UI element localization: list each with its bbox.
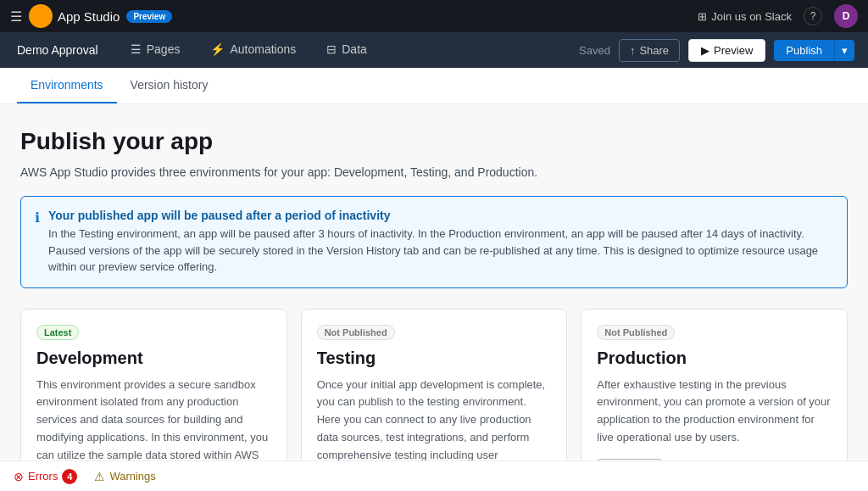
info-alert-title: Your published app will be paused after … bbox=[48, 209, 833, 222]
production-title: Production bbox=[597, 349, 832, 368]
preview-icon: ▶ bbox=[701, 44, 709, 57]
errors-count: 4 bbox=[62, 469, 77, 484]
top-nav-right: ⊞ Join us on Slack ? D bbox=[698, 4, 858, 28]
production-badge: Not Published bbox=[597, 325, 675, 340]
tab-data[interactable]: ⊟ Data bbox=[311, 32, 382, 68]
preview-button[interactable]: ▶ Preview bbox=[688, 39, 765, 62]
tab-pages[interactable]: ☰ Pages bbox=[115, 32, 196, 68]
data-icon: ⊟ bbox=[326, 42, 337, 56]
warnings-indicator[interactable]: ⚠ Warnings bbox=[94, 470, 155, 483]
info-alert-body: In the Testing environment, an app will … bbox=[48, 226, 833, 276]
slack-label: Join us on Slack bbox=[711, 10, 792, 23]
info-alert-content: Your published app will be paused after … bbox=[48, 209, 833, 276]
errors-indicator[interactable]: ⊗ Errors 4 bbox=[14, 469, 77, 484]
saved-indicator: Saved bbox=[579, 44, 610, 57]
slack-icon: ⊞ bbox=[698, 10, 707, 23]
tab-environments[interactable]: Environments bbox=[17, 68, 117, 103]
error-circle-icon: ⊗ bbox=[14, 470, 24, 483]
tab-automations[interactable]: ⚡ Automations bbox=[195, 32, 311, 68]
tab-bar: Environments Version history bbox=[0, 68, 868, 104]
pages-icon: ☰ bbox=[131, 42, 142, 56]
pages-label: Pages bbox=[147, 42, 181, 56]
app-studio-label: App Studio bbox=[58, 9, 120, 24]
aws-logo: App Studio bbox=[29, 4, 120, 28]
publish-dropdown-button[interactable]: ▾ bbox=[834, 40, 854, 61]
preview-badge: Preview bbox=[126, 10, 172, 23]
development-title: Development bbox=[36, 349, 271, 368]
aws-logo-icon bbox=[29, 4, 53, 28]
info-icon: ℹ bbox=[35, 209, 40, 276]
page-title: Publish your app bbox=[20, 128, 848, 155]
secondary-toolbar: Demo Approval ☰ Pages ⚡ Automations ⊟ Da… bbox=[0, 32, 868, 68]
toolbar-right: Saved ↑ Share ▶ Preview Publish ▾ bbox=[579, 39, 854, 62]
automations-label: Automations bbox=[230, 42, 296, 56]
hamburger-icon[interactable]: ☰ bbox=[10, 8, 22, 25]
slack-button[interactable]: ⊞ Join us on Slack bbox=[698, 10, 792, 23]
page-subtitle: AWS App Studio provides three environmen… bbox=[20, 165, 848, 179]
warning-icon: ⚠ bbox=[94, 470, 105, 483]
help-label: ? bbox=[810, 10, 816, 22]
publish-button-group: Publish ▾ bbox=[774, 40, 854, 61]
app-name: Demo Approval bbox=[0, 32, 115, 68]
errors-label: Errors bbox=[28, 470, 58, 483]
nav-tabs: ☰ Pages ⚡ Automations ⊟ Data bbox=[115, 32, 382, 68]
top-nav: ☰ App Studio Preview ⊞ Join us on Slack … bbox=[0, 0, 868, 32]
production-description: After exhaustive testing in the previous… bbox=[597, 377, 832, 447]
bottom-bar: ⊗ Errors 4 ⚠ Warnings bbox=[0, 460, 868, 491]
testing-badge: Not Published bbox=[317, 325, 395, 340]
info-alert: ℹ Your published app will be paused afte… bbox=[20, 196, 848, 288]
tab-version-history[interactable]: Version history bbox=[117, 68, 222, 103]
user-avatar[interactable]: D bbox=[834, 4, 858, 28]
data-label: Data bbox=[342, 42, 367, 56]
top-nav-left: ☰ App Studio Preview bbox=[10, 4, 172, 28]
publish-button[interactable]: Publish bbox=[774, 40, 834, 61]
help-button[interactable]: ? bbox=[804, 7, 822, 25]
warnings-label: Warnings bbox=[109, 470, 155, 483]
chevron-down-icon: ▾ bbox=[842, 44, 848, 57]
testing-title: Testing bbox=[317, 349, 552, 368]
automations-icon: ⚡ bbox=[210, 42, 225, 56]
share-icon: ↑ bbox=[630, 44, 636, 57]
share-button[interactable]: ↑ Share bbox=[619, 39, 680, 62]
development-badge: Latest bbox=[36, 325, 79, 340]
main-content: Publish your app AWS App Studio provides… bbox=[0, 104, 868, 491]
